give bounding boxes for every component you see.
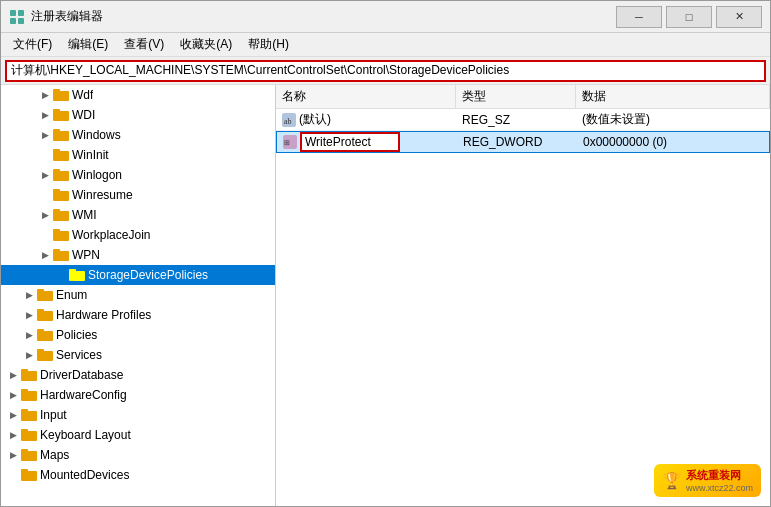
tree-item[interactable]: Keyboard Layout — [1, 425, 275, 445]
svg-rect-31 — [37, 349, 44, 352]
svg-rect-15 — [53, 189, 60, 192]
tree-item-label: Wdf — [72, 88, 93, 102]
tree-expand-btn[interactable] — [5, 445, 21, 465]
menu-item-查看(V)[interactable]: 查看(V) — [116, 34, 172, 55]
cell-name: ⊞ — [277, 132, 457, 152]
tree-expand-btn[interactable] — [5, 425, 21, 445]
tree-expand-btn[interactable] — [37, 245, 53, 265]
tree-item[interactable]: Policies — [1, 325, 275, 345]
tree-item-label: WPN — [72, 248, 100, 262]
tree-expand-btn[interactable] — [21, 325, 37, 345]
table-row[interactable]: ⊞REG_DWORD0x00000000 (0) — [276, 131, 770, 153]
tree-item[interactable]: Winlogon — [1, 165, 275, 185]
svg-rect-30 — [37, 351, 53, 361]
tree-expand-btn[interactable] — [37, 165, 53, 185]
tree-item-label: Services — [56, 348, 102, 362]
svg-rect-42 — [21, 471, 37, 481]
svg-rect-11 — [53, 149, 60, 152]
tree-item[interactable]: Windows — [1, 125, 275, 145]
tree-item[interactable]: Enum — [1, 285, 275, 305]
svg-rect-14 — [53, 191, 69, 201]
tree-item[interactable]: Wdf — [1, 85, 275, 105]
folder-icon — [53, 168, 69, 182]
maximize-button[interactable]: □ — [666, 6, 712, 28]
svg-rect-37 — [21, 409, 28, 412]
svg-rect-35 — [21, 389, 28, 392]
svg-rect-12 — [53, 171, 69, 181]
tree-expand-btn[interactable] — [21, 305, 37, 325]
tree-panel[interactable]: WdfWDIWindowsWinInitWinlogonWinresumeWMI… — [1, 85, 276, 506]
svg-rect-20 — [53, 251, 69, 261]
tree-item-label: Winlogon — [72, 168, 122, 182]
cell-data: (数值未设置) — [576, 111, 770, 128]
svg-rect-27 — [37, 309, 44, 312]
main-content: WdfWDIWindowsWinInitWinlogonWinresumeWMI… — [1, 85, 770, 506]
tree-expand-btn[interactable] — [37, 125, 53, 145]
tree-item[interactable]: WorkplaceJoin — [1, 225, 275, 245]
svg-rect-34 — [21, 391, 37, 401]
folder-icon — [37, 328, 53, 342]
svg-rect-23 — [69, 269, 76, 272]
svg-rect-41 — [21, 449, 28, 452]
tree-item[interactable]: HardwareConfig — [1, 385, 275, 405]
tree-expand-btn[interactable] — [37, 205, 53, 225]
table-body[interactable]: ab(默认)REG_SZ(数值未设置)⊞REG_DWORD0x00000000 … — [276, 109, 770, 506]
tree-item[interactable]: Winresume — [1, 185, 275, 205]
tree-item[interactable]: DriverDatabase — [1, 365, 275, 385]
menu-item-帮助(H)[interactable]: 帮助(H) — [240, 34, 297, 55]
svg-rect-17 — [53, 209, 60, 212]
tree-expand-btn[interactable] — [5, 385, 21, 405]
tree-item[interactable]: WMI — [1, 205, 275, 225]
tree-expand-btn[interactable] — [21, 285, 37, 305]
tree-expand-btn[interactable] — [5, 365, 21, 385]
col-header-name[interactable]: 名称 — [276, 85, 456, 108]
menu-item-收藏夹(A)[interactable]: 收藏夹(A) — [172, 34, 240, 55]
folder-icon — [21, 448, 37, 462]
tree-expand-btn[interactable] — [37, 85, 53, 105]
reg-value-icon: ⊞ — [283, 135, 297, 149]
tree-item-label: Keyboard Layout — [40, 428, 131, 442]
folder-icon — [37, 288, 53, 302]
reg-name-label: (默认) — [299, 111, 331, 128]
menu-item-文件(F)[interactable]: 文件(F) — [5, 34, 60, 55]
folder-icon — [53, 108, 69, 122]
svg-rect-18 — [53, 231, 69, 241]
svg-rect-16 — [53, 211, 69, 221]
menu-item-编辑(E)[interactable]: 编辑(E) — [60, 34, 116, 55]
svg-rect-24 — [37, 291, 53, 301]
tree-item[interactable]: MountedDevices — [1, 465, 275, 485]
tree-item[interactable]: Hardware Profiles — [1, 305, 275, 325]
minimize-button[interactable]: ─ — [616, 6, 662, 28]
tree-item[interactable]: Services — [1, 345, 275, 365]
close-button[interactable]: ✕ — [716, 6, 762, 28]
folder-icon — [37, 308, 53, 322]
folder-icon — [53, 128, 69, 142]
tree-item[interactable]: Input — [1, 405, 275, 425]
tree-expand-btn[interactable] — [37, 105, 53, 125]
reg-name-input[interactable] — [300, 132, 400, 152]
table-row[interactable]: ab(默认)REG_SZ(数值未设置) — [276, 109, 770, 131]
svg-text:⊞: ⊞ — [284, 139, 290, 146]
tree-item-label: MountedDevices — [40, 468, 129, 482]
tree-item-label: Hardware Profiles — [56, 308, 151, 322]
tree-item[interactable]: WDI — [1, 105, 275, 125]
address-input[interactable] — [5, 60, 766, 82]
right-panel: 名称 类型 数据 ab(默认)REG_SZ(数值未设置)⊞REG_DWORD0x… — [276, 85, 770, 506]
tree-item[interactable]: WPN — [1, 245, 275, 265]
col-header-data[interactable]: 数据 — [576, 85, 770, 108]
folder-icon — [53, 228, 69, 242]
folder-icon — [21, 368, 37, 382]
tree-item-label: Enum — [56, 288, 87, 302]
col-header-type[interactable]: 类型 — [456, 85, 576, 108]
tree-expand-btn[interactable] — [5, 405, 21, 425]
app-icon — [9, 9, 25, 25]
svg-rect-43 — [21, 469, 28, 472]
tree-expand-btn[interactable] — [21, 345, 37, 365]
tree-item[interactable]: Maps — [1, 445, 275, 465]
window-controls: ─ □ ✕ — [616, 6, 762, 28]
tree-item-label: WorkplaceJoin — [72, 228, 150, 242]
tree-item[interactable]: StorageDevicePolicies — [1, 265, 275, 285]
svg-rect-2 — [10, 18, 16, 24]
tree-item[interactable]: WinInit — [1, 145, 275, 165]
menu-bar: 文件(F)编辑(E)查看(V)收藏夹(A)帮助(H) — [1, 33, 770, 57]
